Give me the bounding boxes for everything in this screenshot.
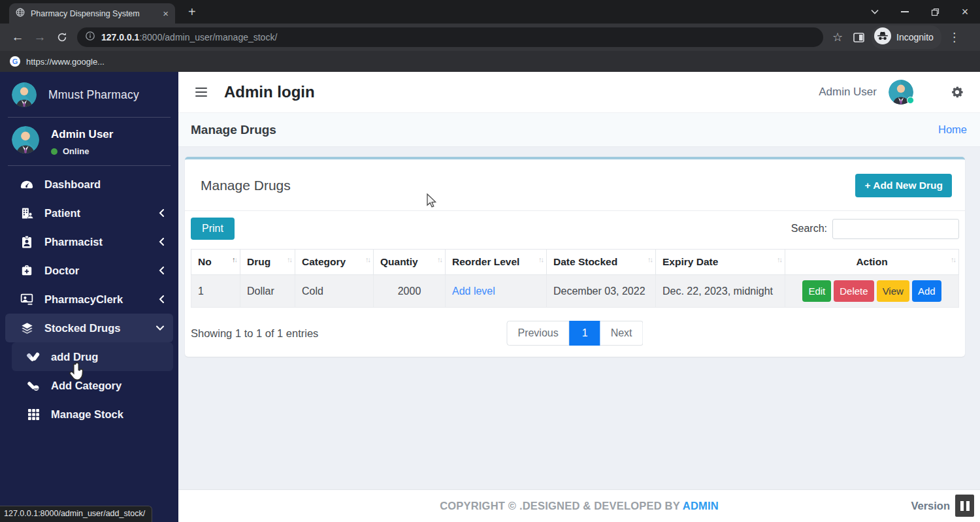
chevron-left-icon: [159, 295, 164, 303]
window-close-button[interactable]: ×: [950, 0, 980, 24]
gear-icon[interactable]: [950, 85, 964, 99]
sidebar-item-doctor[interactable]: Doctor: [5, 256, 173, 285]
tab-title: Pharmacy Dispensing System: [31, 9, 157, 18]
sidebar-item-pharmacist[interactable]: Pharmacist: [5, 227, 173, 256]
sidebar-item-patient[interactable]: Patient: [5, 199, 173, 227]
version-label: Version: [911, 500, 950, 512]
sidebar-menu: Dashboard Patient Pharmacist: [0, 166, 178, 429]
add-new-drug-button[interactable]: + Add New Drug: [855, 174, 952, 197]
url-bar[interactable]: 127.0.0.1:8000/admin_user/manage_stock/: [77, 27, 823, 47]
cell-drug: Dollar: [240, 275, 295, 308]
add-level-link[interactable]: Add level: [452, 285, 495, 297]
sidebar-item-add-drug[interactable]: add Drug: [12, 342, 173, 371]
browser-menu-icon[interactable]: ⋮: [944, 27, 965, 48]
id-card-icon: [20, 236, 34, 248]
manage-drugs-card: Manage Drugs + Add New Drug Print Search…: [185, 157, 965, 357]
brand[interactable]: Mmust Pharmacy: [0, 72, 178, 117]
brand-name: Mmust Pharmacy: [48, 88, 139, 102]
browser-tab[interactable]: Pharmacy Dispensing System ×: [9, 3, 175, 24]
table-row: 1 Dollar Cold 2000 Add level December 03…: [191, 275, 959, 308]
breadcrumb-title: Manage Drugs: [191, 123, 276, 137]
col-header-no[interactable]: No↑↓: [191, 250, 240, 275]
hamburger-menu-icon[interactable]: [195, 88, 207, 97]
cell-category: Cold: [295, 275, 374, 308]
incognito-badge: Incognito: [872, 25, 941, 49]
pagination-page-1[interactable]: 1: [570, 321, 600, 346]
sidebar: Mmust Pharmacy Admin User Online: [0, 72, 178, 522]
user-avatar: [12, 126, 39, 154]
sort-icon: ↑↓: [365, 255, 370, 263]
back-icon[interactable]: ←: [7, 26, 29, 48]
sidebar-item-add-category[interactable]: Add Category: [5, 371, 173, 400]
entries-info: Showing 1 to 1 of 1 entries: [191, 327, 318, 340]
cell-quantity: 2000: [374, 275, 446, 308]
capsules-icon: [26, 351, 41, 363]
split-screen-icon[interactable]: [848, 27, 869, 48]
window-minimize-button[interactable]: [890, 0, 920, 24]
search-label: Search:: [791, 223, 827, 235]
layers-icon: [20, 322, 34, 334]
col-header-category[interactable]: Category↑↓: [295, 250, 374, 275]
search-input[interactable]: [832, 219, 959, 239]
grid-icon: [26, 409, 41, 420]
sort-icon: ↑↓: [232, 255, 237, 263]
chevron-left-icon: [159, 238, 164, 246]
col-header-date-stocked[interactable]: Date Stocked↑↓: [547, 250, 656, 275]
pause-button[interactable]: [955, 495, 974, 517]
drugs-table: No↑↓ Drug↑↓ Category↑↓ Quantiy↑↓ Reorder…: [191, 249, 959, 308]
url-text: 127.0.0.1:8000/admin_user/manage_stock/: [101, 32, 277, 42]
new-tab-button[interactable]: +: [188, 5, 196, 20]
reload-icon[interactable]: [51, 26, 73, 48]
sort-icon: ↑↓: [647, 255, 652, 263]
cell-reorder: Add level: [446, 275, 547, 308]
sort-icon: ↑↓: [777, 255, 781, 263]
pagination-next[interactable]: Next: [600, 321, 644, 346]
col-header-action[interactable]: Action↑↓: [785, 250, 959, 275]
cell-expiry: Dec. 22, 2023, midnight: [656, 275, 785, 308]
bookmarks-bar: G https://www.google...: [0, 51, 980, 72]
pills-icon: [26, 380, 41, 391]
tab-close-icon[interactable]: ×: [163, 8, 169, 18]
footer: COPYRIGHT © .DESIGNED & DEVELOPED BY ADM…: [178, 489, 980, 522]
admin-link[interactable]: ADMIN: [683, 500, 719, 512]
sidebar-user-name: Admin User: [51, 128, 113, 141]
sidebar-item-pharmacyclerk[interactable]: PharmacyClerk: [5, 285, 173, 314]
medical-bag-icon: [20, 265, 34, 276]
window-restore-button[interactable]: [920, 0, 950, 24]
col-header-quantity[interactable]: Quantiy↑↓: [374, 250, 446, 275]
clerk-icon: [20, 293, 34, 306]
pagination-previous[interactable]: Previous: [506, 321, 569, 346]
home-link[interactable]: Home: [938, 123, 967, 136]
bookmark-star-icon[interactable]: ☆: [827, 27, 848, 48]
bookmark-item[interactable]: https://www.google...: [26, 57, 105, 67]
print-button[interactable]: Print: [191, 218, 235, 240]
sidebar-item-stocked-drugs[interactable]: Stocked Drugs: [5, 314, 173, 342]
avatar-status-dot: [907, 97, 914, 104]
col-header-expiry-date[interactable]: Expiry Date↑↓: [656, 250, 785, 275]
col-header-reorder-level[interactable]: Reorder Level↑↓: [446, 250, 547, 275]
header-avatar[interactable]: [889, 80, 913, 105]
breadcrumb-bar: Manage Drugs Home: [178, 112, 980, 147]
view-button[interactable]: View: [877, 280, 909, 302]
incognito-icon: [874, 27, 891, 47]
header-user-label[interactable]: Admin User: [819, 86, 877, 99]
sidebar-item-manage-stock[interactable]: Manage Stock: [5, 400, 173, 429]
sort-icon: ↑↓: [437, 255, 442, 263]
sidebar-item-dashboard[interactable]: Dashboard: [5, 170, 173, 199]
add-button[interactable]: Add: [912, 280, 941, 302]
brand-avatar: [12, 82, 37, 107]
col-header-drug[interactable]: Drug↑↓: [240, 250, 295, 275]
page-title: Admin login: [224, 83, 315, 101]
forward-icon[interactable]: →: [29, 26, 51, 48]
chevron-down-icon: [156, 325, 164, 331]
delete-button[interactable]: Delete: [834, 280, 874, 302]
gauge-icon: [20, 180, 34, 189]
window-menu-chevron-icon[interactable]: [860, 0, 890, 24]
browser-navbar: ← → 127.0.0.1:8000/admin_user/manage_sto…: [0, 24, 980, 51]
browser-titlebar: Pharmacy Dispensing System × + ×: [0, 0, 980, 24]
copyright-text: COPYRIGHT © .DESIGNED & DEVELOPED BY ADM…: [440, 500, 719, 512]
site-info-icon[interactable]: [86, 31, 95, 43]
edit-button[interactable]: Edit: [802, 280, 831, 302]
sort-icon: ↑↓: [538, 255, 543, 263]
online-dot-icon: [51, 148, 57, 155]
